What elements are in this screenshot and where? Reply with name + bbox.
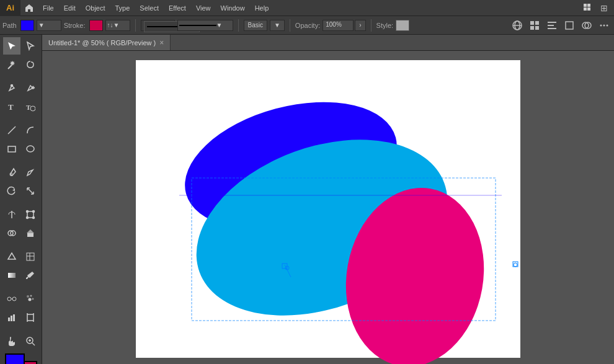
right-icons	[510, 18, 612, 33]
svg-rect-38	[27, 233, 33, 237]
color-section	[0, 351, 42, 364]
eyedropper-tool[interactable]	[22, 267, 39, 284]
opacity-area: Opacity: 100% ›	[295, 20, 366, 31]
svg-point-49	[32, 298, 33, 300]
fill-swatch[interactable]	[5, 353, 25, 364]
svg-line-59	[32, 343, 35, 345]
menu-type[interactable]: Type	[110, 0, 135, 16]
menu-file[interactable]: File	[38, 0, 59, 16]
basic-dropdown[interactable]: Basic	[244, 20, 267, 31]
ellipse-tool[interactable]	[22, 140, 39, 158]
scale-tool[interactable]	[22, 182, 39, 200]
stroke-options-dropdown[interactable]: ▼	[177, 20, 233, 31]
rect-tool[interactable]	[3, 140, 20, 158]
more-icons[interactable]	[597, 18, 612, 33]
svg-point-44	[12, 297, 16, 301]
opacity-expand[interactable]: ›	[355, 20, 365, 31]
selection-tool[interactable]	[3, 37, 20, 55]
menu-object[interactable]: Object	[81, 0, 110, 16]
stroke-dropdown[interactable]: ↑↓▼	[105, 20, 130, 31]
fill-dropdown[interactable]: ▼	[37, 20, 61, 31]
blend-tool[interactable]	[3, 290, 20, 308]
svg-rect-14	[566, 22, 573, 29]
add-anchor-tool[interactable]: +	[22, 79, 39, 97]
menu-edit[interactable]: Edit	[59, 0, 81, 16]
svg-rect-7	[530, 21, 534, 25]
shape-builder-tool[interactable]	[3, 224, 20, 242]
artboard	[136, 60, 520, 358]
svg-text:T: T	[26, 104, 31, 111]
stroke-swatch[interactable]	[24, 361, 37, 364]
stroke-weight-input[interactable]	[141, 20, 175, 31]
canvas-area[interactable]: Untitled-1* @ 50% ( RGB/Preview ) ×	[42, 35, 614, 364]
touch-type-tool[interactable]: T	[22, 98, 39, 115]
gradient-tool[interactable]	[3, 267, 20, 284]
pen-tool[interactable]	[3, 79, 20, 97]
menu-help[interactable]: Help	[250, 0, 274, 16]
hand-tool[interactable]	[3, 332, 20, 350]
svg-rect-8	[535, 21, 539, 25]
svg-point-34	[26, 217, 28, 219]
type-tool[interactable]: T	[3, 98, 20, 115]
transform-icon[interactable]	[562, 18, 577, 33]
width-tool[interactable]	[3, 206, 20, 223]
rotate-tool[interactable]	[3, 182, 20, 200]
svg-rect-0	[584, 4, 587, 7]
magic-wand-tool[interactable]	[3, 56, 20, 73]
svg-point-43	[7, 297, 11, 301]
line-tool[interactable]	[3, 122, 20, 139]
fill-swatch-ctrl[interactable]	[20, 20, 34, 31]
svg-rect-11	[548, 22, 556, 23]
stroke-swatch-ctrl[interactable]	[89, 20, 103, 31]
paintbrush-tool[interactable]	[3, 164, 20, 181]
arc-tool[interactable]	[22, 122, 39, 139]
opacity-label: Opacity:	[295, 22, 320, 29]
opacity-value[interactable]: 100%	[323, 20, 354, 31]
svg-point-46	[27, 295, 29, 298]
home-icon[interactable]	[20, 0, 38, 16]
window-controls: ⊞	[579, 0, 614, 16]
svg-rect-2	[584, 7, 587, 11]
menu-window[interactable]: Window	[216, 0, 250, 16]
arrange-objects-icon[interactable]	[527, 18, 542, 33]
style-swatch[interactable]	[396, 20, 409, 31]
svg-point-33	[32, 211, 34, 213]
svg-rect-50	[8, 317, 10, 321]
menu-select[interactable]: Select	[135, 0, 164, 16]
pencil-tool[interactable]	[22, 164, 39, 181]
svg-rect-53	[27, 314, 33, 321]
svg-point-72	[514, 263, 517, 267]
globe-icon[interactable]	[510, 18, 525, 33]
grid-icon[interactable]	[579, 0, 597, 16]
menu-view[interactable]: View	[191, 0, 216, 16]
live-paint-tool[interactable]	[22, 224, 39, 242]
fill-stroke-area	[5, 353, 37, 364]
svg-rect-3	[587, 7, 590, 11]
pathfinder-icon[interactable]	[579, 18, 594, 33]
arrange-icon[interactable]: ⊞	[597, 1, 612, 16]
zoom-tool[interactable]	[22, 332, 39, 350]
symbol-spray-tool[interactable]	[22, 290, 39, 308]
svg-rect-9	[530, 26, 534, 30]
control-bar: Path ▼ Stroke: ↑↓▼ ▼ Basic ▼ Opacity: 10…	[0, 16, 614, 35]
svg-rect-52	[13, 314, 15, 321]
artboard-tool[interactable]	[22, 309, 39, 326]
mesh-tool[interactable]	[22, 248, 39, 265]
svg-point-25	[30, 106, 35, 111]
menu-bar: Ai File Edit Object Type Select Effect V…	[0, 0, 614, 16]
svg-point-48	[28, 298, 31, 301]
column-graph-tool[interactable]	[3, 309, 20, 326]
align-icon[interactable]	[545, 18, 559, 33]
svg-line-30	[27, 188, 33, 194]
lasso-tool[interactable]	[22, 56, 39, 73]
basic-dropdown-arrow[interactable]: ▼	[270, 20, 285, 31]
menu-effect[interactable]: Effect	[164, 0, 191, 16]
free-transform-tool[interactable]	[22, 206, 39, 223]
perspective-tool[interactable]	[3, 248, 20, 265]
svg-rect-12	[548, 25, 554, 26]
svg-rect-39	[27, 253, 34, 260]
left-toolbar: + T T	[0, 35, 42, 364]
path-label: Path	[2, 22, 17, 29]
direct-selection-tool[interactable]	[22, 37, 39, 55]
svg-point-17	[600, 24, 602, 26]
